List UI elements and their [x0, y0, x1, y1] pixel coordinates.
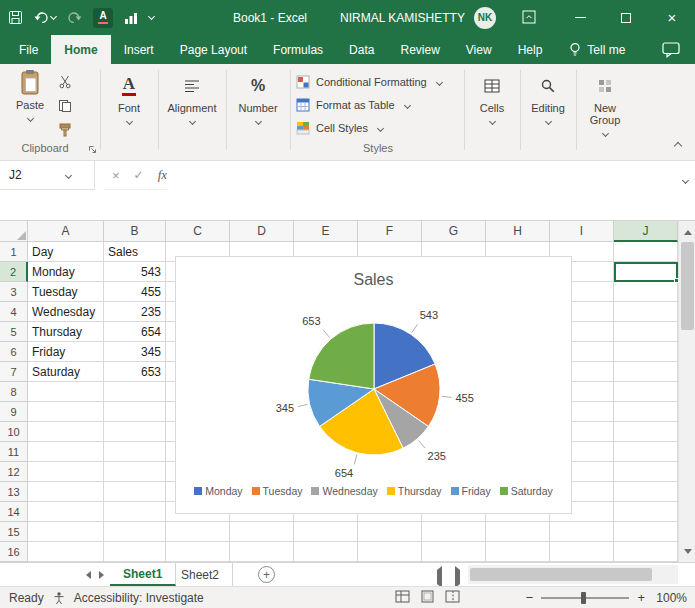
- cell-B13[interactable]: [104, 482, 166, 502]
- tab-page-layout[interactable]: Page Layout: [167, 35, 260, 64]
- cell-C15[interactable]: [166, 522, 230, 542]
- comments-button[interactable]: [662, 42, 681, 61]
- page-layout-view-button[interactable]: [420, 590, 435, 606]
- conditional-formatting-button[interactable]: Conditional Formatting: [296, 72, 442, 92]
- column-header-E[interactable]: E: [294, 221, 358, 242]
- cut-button[interactable]: [54, 72, 76, 92]
- cell-B1[interactable]: Sales: [104, 242, 166, 262]
- tab-review[interactable]: Review: [387, 35, 452, 64]
- page-break-view-button[interactable]: [445, 590, 460, 606]
- cell-J5[interactable]: [614, 322, 678, 342]
- scroll-left-button[interactable]: [437, 570, 442, 584]
- column-header-B[interactable]: B: [104, 221, 166, 242]
- name-box[interactable]: J2: [0, 161, 95, 190]
- row-header-10[interactable]: 10: [0, 422, 28, 442]
- cell-J14[interactable]: [614, 502, 678, 522]
- cell-B5[interactable]: 654: [104, 322, 166, 342]
- row-header-8[interactable]: 8: [0, 382, 28, 402]
- redo-button[interactable]: [67, 11, 82, 24]
- tell-me-button[interactable]: Tell me: [559, 35, 635, 64]
- clipboard-dialog-launcher[interactable]: [88, 143, 97, 157]
- cell-A1[interactable]: Day: [28, 242, 104, 262]
- scroll-right-button[interactable]: [455, 570, 460, 584]
- column-header-A[interactable]: A: [28, 221, 104, 242]
- alignment-group-button[interactable]: Alignment: [161, 64, 223, 124]
- cell-E15[interactable]: [294, 522, 358, 542]
- cell-J1[interactable]: [614, 242, 678, 262]
- paste-dropdown-icon[interactable]: [26, 115, 33, 122]
- row-header-2[interactable]: 2: [0, 262, 28, 282]
- cell-A15[interactable]: [28, 522, 104, 542]
- qat-customize-button[interactable]: [149, 17, 154, 19]
- cell-E16[interactable]: [294, 542, 358, 562]
- number-group-button[interactable]: % Number: [229, 64, 287, 124]
- horizontal-scroll-thumb[interactable]: [470, 568, 652, 581]
- insert-function-button[interactable]: fx: [158, 167, 167, 183]
- cell-A4[interactable]: Wednesday: [28, 302, 104, 322]
- row-header-13[interactable]: 13: [0, 482, 28, 502]
- legend-item-friday[interactable]: Friday: [451, 485, 491, 497]
- cell-J8[interactable]: [614, 382, 678, 402]
- cell-B4[interactable]: 235: [104, 302, 166, 322]
- cell-B15[interactable]: [104, 522, 166, 542]
- cell-J12[interactable]: [614, 462, 678, 482]
- column-header-F[interactable]: F: [358, 221, 422, 242]
- cell-J11[interactable]: [614, 442, 678, 462]
- cell-A5[interactable]: Thursday: [28, 322, 104, 342]
- cell-B9[interactable]: [104, 402, 166, 422]
- cell-B3[interactable]: 455: [104, 282, 166, 302]
- tab-data[interactable]: Data: [336, 35, 387, 64]
- new-sheet-button[interactable]: +: [258, 566, 275, 583]
- close-button[interactable]: ×: [649, 0, 695, 35]
- cell-A8[interactable]: [28, 382, 104, 402]
- next-sheet-button[interactable]: [99, 571, 104, 579]
- cancel-entry-button[interactable]: ×: [112, 168, 120, 183]
- legend-item-tuesday[interactable]: Tuesday: [252, 485, 303, 497]
- name-box-dropdown-icon[interactable]: [65, 171, 72, 178]
- cell-J9[interactable]: [614, 402, 678, 422]
- cell-A7[interactable]: Saturday: [28, 362, 104, 382]
- confirm-entry-button[interactable]: ✓: [134, 168, 144, 182]
- cell-G15[interactable]: [422, 522, 486, 542]
- cell-F15[interactable]: [358, 522, 422, 542]
- cell-B7[interactable]: 653: [104, 362, 166, 382]
- vertical-scrollbar[interactable]: [678, 221, 695, 562]
- account-area[interactable]: NIRMAL KAMISHETTY NK: [340, 0, 496, 35]
- cell-B16[interactable]: [104, 542, 166, 562]
- legend-item-monday[interactable]: Monday: [194, 485, 242, 497]
- cells-group-button[interactable]: Cells: [467, 64, 517, 124]
- tab-help[interactable]: Help: [505, 35, 556, 64]
- zoom-slider[interactable]: [541, 597, 629, 599]
- tab-insert[interactable]: Insert: [111, 35, 167, 64]
- format-as-table-button[interactable]: Format as Table: [296, 95, 410, 115]
- legend-item-thursday[interactable]: Thursday: [387, 485, 442, 497]
- pie-chart[interactable]: 543455235654345653 Sales MondayTuesdayWe…: [175, 256, 572, 514]
- save-button[interactable]: [8, 10, 23, 25]
- legend-item-saturday[interactable]: Saturday: [500, 485, 553, 497]
- undo-button[interactable]: [34, 11, 56, 24]
- chart-title[interactable]: Sales: [176, 271, 571, 289]
- cell-styles-button[interactable]: Cell Styles: [296, 118, 383, 138]
- pie-slice-saturday[interactable]: [309, 323, 374, 389]
- ribbon-display-options-button[interactable]: [522, 10, 536, 27]
- tab-formulas[interactable]: Formulas: [260, 35, 336, 64]
- legend-item-wednesday[interactable]: Wednesday: [311, 485, 377, 497]
- row-header-11[interactable]: 11: [0, 442, 28, 462]
- cell-selection-J2[interactable]: [614, 262, 678, 282]
- sheet-tab-sheet2[interactable]: Sheet2: [168, 563, 233, 586]
- underline-qat-button[interactable]: A: [93, 8, 113, 28]
- column-header-C[interactable]: C: [166, 221, 230, 242]
- format-painter-button[interactable]: [54, 120, 76, 140]
- cell-J15[interactable]: [614, 522, 678, 542]
- cell-A10[interactable]: [28, 422, 104, 442]
- cell-B11[interactable]: [104, 442, 166, 462]
- row-header-7[interactable]: 7: [0, 362, 28, 382]
- row-header-3[interactable]: 3: [0, 282, 28, 302]
- cell-I16[interactable]: [550, 542, 614, 562]
- row-header-15[interactable]: 15: [0, 522, 28, 542]
- cell-D16[interactable]: [230, 542, 294, 562]
- collapse-ribbon-button[interactable]: [675, 138, 681, 152]
- cell-C16[interactable]: [166, 542, 230, 562]
- minimize-button[interactable]: [557, 0, 603, 35]
- cell-J3[interactable]: [614, 282, 678, 302]
